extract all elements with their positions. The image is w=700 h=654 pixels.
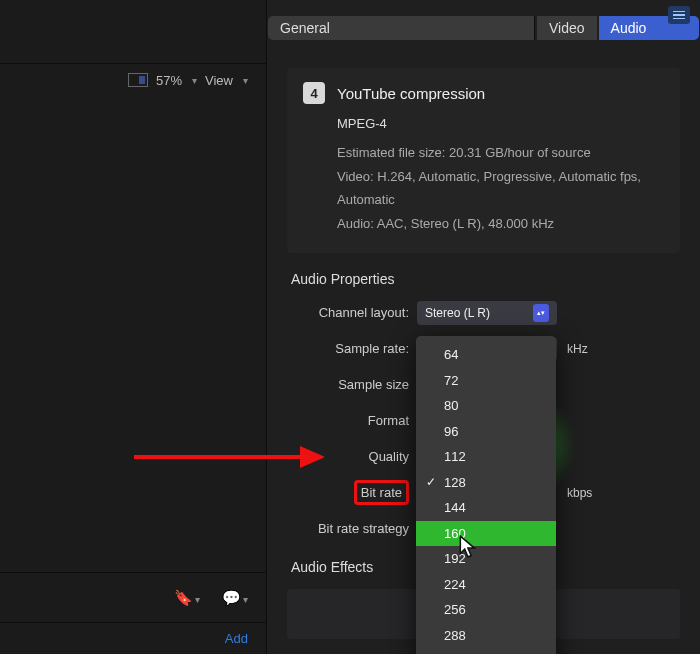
settings-sliders-icon[interactable] (668, 6, 690, 24)
svg-marker-1 (302, 449, 320, 465)
view-menu[interactable]: View (205, 73, 233, 88)
tab-general[interactable]: General (268, 16, 535, 40)
bitrate-option[interactable]: 128 (416, 470, 556, 496)
row-channel-layout: Channel layout: Stereo (L R) ▴▾ (287, 301, 680, 325)
comment-icon[interactable]: 💬▾ (222, 589, 248, 607)
bitrate-option[interactable]: 64 (416, 342, 556, 368)
bitrate-option[interactable]: 96 (416, 419, 556, 445)
bitrate-option[interactable]: 160 (416, 521, 556, 547)
label-bitrate: Bit rate (287, 485, 417, 500)
left-toolbar: 🔖▾ 💬▾ (0, 572, 266, 622)
select-value: Stereo (L R) (425, 306, 490, 320)
bitrate-dropdown[interactable]: 64728096112128144160192224256288320 (416, 336, 556, 654)
preset-card: 4 YouTube compression MPEG-4 Estimated f… (287, 68, 680, 253)
bitrate-option[interactable]: 72 (416, 368, 556, 394)
preset-audio: Audio: AAC, Stereo (L R), 48.000 kHz (337, 212, 664, 235)
bitrate-option[interactable]: 320 (416, 648, 556, 654)
label-sample-rate: Sample rate: (287, 341, 417, 356)
select-channel-layout[interactable]: Stereo (L R) ▴▾ (417, 301, 557, 325)
bitrate-option[interactable]: 256 (416, 597, 556, 623)
step-badge: 4 (303, 82, 325, 104)
label-format: Format (287, 413, 417, 428)
bitrate-highlight: Bit rate (354, 480, 409, 505)
bitrate-option[interactable]: 288 (416, 623, 556, 649)
preview-area (0, 96, 266, 572)
bitrate-option[interactable]: 112 (416, 444, 556, 470)
bitrate-option[interactable]: 80 (416, 393, 556, 419)
label-channel-layout: Channel layout: (287, 305, 417, 320)
annotation-arrow (134, 442, 324, 472)
bitrate-option[interactable]: 144 (416, 495, 556, 521)
left-top-area (0, 0, 266, 64)
zoom-bar: 57%▾ View▾ (0, 64, 266, 96)
tab-video[interactable]: Video (537, 16, 597, 40)
label-bitrate-strategy: Bit rate strategy (287, 521, 417, 536)
mouse-cursor-icon (458, 534, 480, 563)
bitrate-option[interactable]: 192 (416, 546, 556, 572)
preset-container: MPEG-4 (337, 112, 664, 135)
chevron-down-icon[interactable]: ▾ (243, 75, 248, 86)
bookmark-icon[interactable]: 🔖▾ (174, 589, 200, 607)
add-button[interactable]: Add (225, 631, 248, 646)
stepper-arrows-icon: ▴▾ (533, 304, 549, 322)
unit-kbps: kbps (567, 486, 592, 500)
unit-khz: kHz (567, 342, 588, 356)
left-footer: Add (0, 622, 266, 654)
zoom-percent[interactable]: 57% (156, 73, 182, 88)
preset-title: YouTube compression (337, 85, 485, 102)
preset-size: Estimated file size: 20.31 GB/hour of so… (337, 141, 664, 164)
tabs-row: General Video Audio (267, 0, 700, 56)
chevron-down-icon[interactable]: ▾ (192, 75, 197, 86)
preset-video: Video: H.264, Automatic, Progressive, Au… (337, 165, 664, 212)
bitrate-option[interactable]: 224 (416, 572, 556, 598)
viewport-icon[interactable] (128, 73, 148, 87)
left-sidebar: 57%▾ View▾ 🔖▾ 💬▾ Add (0, 0, 267, 654)
label-sample-size: Sample size (287, 377, 417, 392)
audio-properties-title: Audio Properties (291, 271, 680, 287)
